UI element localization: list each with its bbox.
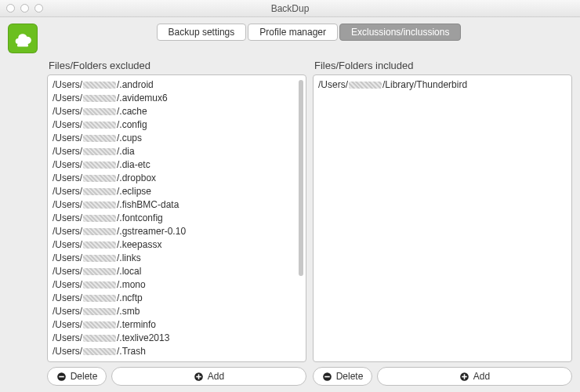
list-item[interactable]: /Users//.avidemux6 — [53, 92, 301, 105]
svg-rect-7 — [324, 376, 330, 377]
redacted-username — [83, 162, 116, 169]
content: Files/Folders excluded /Users//.android/… — [0, 58, 580, 392]
redacted-username — [83, 122, 116, 129]
redacted-username — [83, 348, 116, 355]
redacted-username — [83, 148, 116, 155]
redacted-username — [83, 201, 116, 209]
redacted-username — [83, 281, 116, 289]
scrollbar[interactable] — [299, 80, 303, 276]
tabbar: Backup settingsProfile managerExclussion… — [45, 24, 572, 41]
list-item[interactable]: /Users//.dropbox — [53, 172, 301, 185]
list-item[interactable]: /Users//.fishBMC-data — [53, 198, 301, 212]
redacted-username — [83, 241, 116, 249]
excluded-delete-button[interactable]: Delete — [47, 367, 107, 386]
included-panel: Files/Folders included /Users//Library/T… — [313, 58, 572, 386]
excluded-add-button[interactable]: Add — [111, 367, 306, 386]
redacted-username — [83, 108, 116, 115]
redacted-username — [83, 82, 116, 89]
cloud-server-icon — [12, 27, 34, 49]
list-item[interactable]: /Users//.dia — [53, 145, 301, 158]
list-item[interactable]: /Users//.Trash — [53, 345, 301, 358]
list-item[interactable]: /Users//.gstreamer-0.10 — [53, 225, 301, 238]
redacted-username — [83, 255, 116, 262]
plus-circle-icon — [194, 372, 204, 382]
list-item[interactable]: /Users//.mono — [53, 278, 301, 292]
included-heading: Files/Folders included — [314, 60, 572, 71]
redacted-username — [83, 268, 116, 275]
svg-rect-2 — [59, 376, 64, 377]
included-add-button[interactable]: Add — [377, 367, 572, 386]
redacted-username — [83, 295, 116, 302]
list-item[interactable]: /Users//.smb — [53, 305, 301, 318]
redacted-username — [83, 228, 116, 235]
svg-rect-10 — [464, 374, 466, 379]
tab-2[interactable]: Exclussions/inclussions — [339, 24, 461, 41]
list-item[interactable]: /Users//.ncftp — [53, 292, 301, 305]
tab-0[interactable]: Backup settings — [157, 24, 247, 41]
list-item[interactable]: /Users//.dia-etc — [53, 158, 301, 172]
excluded-listbox[interactable]: /Users//.android/Users//.avidemux6/Users… — [47, 74, 306, 362]
redacted-username — [83, 215, 116, 222]
list-item[interactable]: /Users//.fontconfig — [53, 212, 301, 225]
tab-1[interactable]: Profile manager — [248, 24, 338, 41]
delete-label: Delete — [336, 371, 364, 382]
list-item[interactable]: /Users//.texlive2013 — [53, 332, 301, 345]
app-icon — [8, 24, 38, 53]
excluded-heading: Files/Folders excluded — [49, 60, 306, 71]
redacted-username — [83, 335, 116, 342]
toolbar: Backup settingsProfile managerExclussion… — [0, 17, 580, 58]
minus-circle-icon — [56, 372, 67, 382]
redacted-username — [349, 82, 382, 89]
svg-rect-5 — [198, 374, 200, 379]
included-buttons: Delete Add — [313, 367, 572, 386]
list-item[interactable]: /Users//.cups — [53, 132, 301, 145]
add-label: Add — [473, 371, 490, 382]
svg-rect-0 — [17, 44, 28, 47]
included-listbox[interactable]: /Users//Library/Thunderbird — [313, 74, 572, 362]
window-title: BackDup — [0, 3, 580, 14]
minus-circle-icon — [322, 372, 332, 382]
list-item[interactable]: /Users//Library/Thunderbird — [318, 78, 567, 92]
list-item[interactable]: /Users//.eclipse — [53, 185, 301, 198]
redacted-username — [83, 135, 116, 142]
add-label: Add — [208, 371, 224, 382]
list-item[interactable]: /Users//.links — [53, 252, 301, 265]
included-delete-button[interactable]: Delete — [313, 367, 372, 386]
list-item[interactable]: /Users//.terminfo — [53, 318, 301, 332]
list-item[interactable]: /Users//.keepassx — [53, 238, 301, 252]
redacted-username — [83, 95, 116, 102]
list-item[interactable]: /Users//.config — [53, 118, 301, 132]
delete-label: Delete — [71, 371, 98, 382]
excluded-buttons: Delete Add — [47, 367, 306, 386]
list-item[interactable]: /Users//.android — [53, 78, 301, 92]
list-item[interactable]: /Users//.cache — [53, 105, 301, 118]
excluded-panel: Files/Folders excluded /Users//.android/… — [47, 58, 306, 386]
redacted-username — [83, 308, 116, 315]
plus-circle-icon — [459, 372, 469, 382]
redacted-username — [83, 188, 116, 195]
redacted-username — [83, 321, 116, 328]
redacted-username — [83, 175, 116, 182]
list-item[interactable]: /Users//.local — [53, 265, 301, 278]
titlebar: BackDup — [0, 0, 580, 17]
